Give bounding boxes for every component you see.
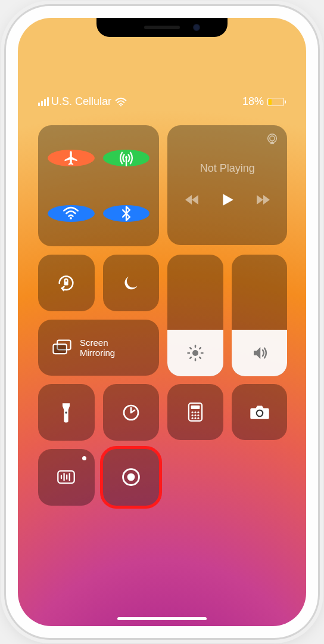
brightness-icon <box>186 344 204 362</box>
svg-point-18 <box>66 411 67 413</box>
svg-point-24 <box>197 411 199 413</box>
speaker-grille <box>144 26 180 29</box>
control-center: Not Playing <box>38 125 286 503</box>
camera-button[interactable] <box>232 384 288 440</box>
airplay-icon[interactable] <box>266 132 279 145</box>
brightness-slider[interactable] <box>167 255 223 376</box>
screen-recording-button[interactable] <box>103 449 160 506</box>
svg-point-38 <box>127 473 135 481</box>
connectivity-group[interactable] <box>38 125 159 246</box>
svg-line-13 <box>200 357 201 358</box>
screen-mirroring-icon <box>51 339 73 357</box>
svg-line-14 <box>190 357 191 358</box>
wifi-toggle[interactable] <box>48 205 95 222</box>
screen-mirroring-button[interactable]: Screen Mirroring <box>38 320 159 376</box>
screen: U.S. Cellular 18% <box>18 18 306 626</box>
svg-rect-17 <box>53 345 67 354</box>
svg-point-23 <box>194 411 196 413</box>
svg-point-27 <box>197 414 199 416</box>
status-left: U.S. Cellular <box>38 95 127 108</box>
previous-track-button[interactable] <box>185 194 200 206</box>
battery-icon <box>267 98 286 106</box>
voice-memo-button[interactable] <box>38 449 95 506</box>
phone-frame: U.S. Cellular 18% <box>6 6 318 638</box>
calculator-icon <box>187 402 204 422</box>
screen-recording-icon <box>121 467 141 487</box>
svg-point-30 <box>197 417 199 419</box>
orientation-lock-toggle[interactable] <box>38 255 95 311</box>
signal-bars-icon <box>38 97 49 106</box>
carrier-label: U.S. Cellular <box>51 95 111 108</box>
svg-point-26 <box>194 414 196 416</box>
timer-icon <box>122 403 141 422</box>
front-camera <box>193 24 200 31</box>
recording-indicator-dot <box>82 456 86 460</box>
wifi-icon <box>115 97 127 107</box>
next-track-button[interactable] <box>256 194 270 206</box>
camera-icon <box>250 404 270 420</box>
media-group[interactable]: Not Playing <box>167 125 287 245</box>
svg-point-28 <box>191 417 193 419</box>
timer-button[interactable] <box>103 384 160 441</box>
home-indicator[interactable] <box>117 617 207 620</box>
flashlight-icon <box>60 402 72 423</box>
do-not-disturb-toggle[interactable] <box>103 255 160 311</box>
voice-memo-icon <box>57 469 76 485</box>
play-button[interactable] <box>220 191 235 208</box>
screen-mirroring-label: Screen Mirroring <box>80 338 115 358</box>
svg-point-2 <box>125 156 127 159</box>
svg-point-25 <box>191 414 193 416</box>
media-title: Not Playing <box>200 162 255 175</box>
bluetooth-toggle[interactable] <box>103 205 150 222</box>
status-right: 18% <box>242 95 286 108</box>
notch <box>96 18 228 37</box>
airplane-mode-toggle[interactable] <box>48 150 95 166</box>
calculator-button[interactable] <box>167 384 223 440</box>
svg-point-29 <box>194 417 196 419</box>
svg-point-7 <box>192 350 198 356</box>
svg-line-15 <box>200 348 201 349</box>
volume-slider[interactable] <box>232 255 288 376</box>
cellular-data-toggle[interactable] <box>103 150 150 166</box>
svg-point-22 <box>191 411 193 413</box>
svg-point-3 <box>70 217 72 219</box>
svg-line-12 <box>190 348 191 349</box>
volume-icon <box>251 344 269 362</box>
flashlight-button[interactable] <box>38 384 95 441</box>
svg-point-0 <box>120 105 122 106</box>
svg-rect-21 <box>191 405 200 409</box>
svg-point-5 <box>270 136 275 141</box>
battery-pct-label: 18% <box>242 95 264 108</box>
